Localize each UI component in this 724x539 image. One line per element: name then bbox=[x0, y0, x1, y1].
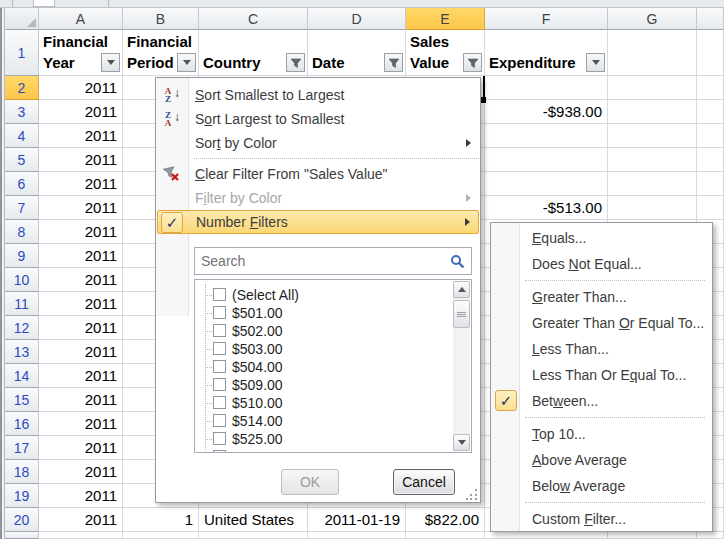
scrollbar-thumb[interactable] bbox=[453, 300, 470, 328]
header-cell-A[interactable]: FinancialYear bbox=[39, 30, 123, 76]
cell-C21[interactable] bbox=[199, 532, 308, 539]
cell-A8[interactable]: 2011 bbox=[39, 220, 123, 244]
submenu-item-below-average[interactable]: Below Average bbox=[492, 473, 711, 499]
cell-G2[interactable] bbox=[608, 76, 697, 100]
cell-A20[interactable]: 2011 bbox=[39, 508, 123, 532]
row-header-18[interactable]: 18 bbox=[5, 460, 39, 484]
cell-H5[interactable] bbox=[697, 148, 724, 172]
header-cell-D[interactable]: Date bbox=[308, 30, 406, 76]
submenu-item-top-10[interactable]: Top 10... bbox=[492, 421, 711, 447]
cell-G5[interactable] bbox=[608, 148, 697, 172]
row-header-9[interactable]: 9 bbox=[5, 244, 39, 268]
cell-H21[interactable] bbox=[697, 532, 724, 539]
cell-A19[interactable]: 2011 bbox=[39, 484, 123, 508]
cell-G21[interactable] bbox=[608, 532, 697, 539]
search-input[interactable] bbox=[195, 248, 453, 274]
column-header-F[interactable]: F bbox=[485, 8, 608, 30]
submenu-item-above-average[interactable]: Above Average bbox=[492, 447, 711, 473]
cell-A9[interactable]: 2011 bbox=[39, 244, 123, 268]
row-header-5[interactable]: 5 bbox=[5, 148, 39, 172]
row-header-11[interactable]: 11 bbox=[5, 292, 39, 316]
filter-dropdown-button-A[interactable] bbox=[101, 53, 120, 72]
cell-H6[interactable] bbox=[697, 172, 724, 196]
column-header-G[interactable]: G bbox=[608, 8, 697, 30]
filter-value-item[interactable]: $502.00 bbox=[195, 322, 445, 340]
cell-D20[interactable]: 2011-01-19 bbox=[308, 508, 406, 532]
cell-A14[interactable]: 2011 bbox=[39, 364, 123, 388]
cell-A2[interactable]: 2011 bbox=[39, 76, 123, 100]
row-header-14[interactable]: 14 bbox=[5, 364, 39, 388]
row-header-20[interactable]: 20 bbox=[5, 508, 39, 532]
header-cell-C[interactable]: Country bbox=[199, 30, 308, 76]
cell-H3[interactable] bbox=[697, 100, 724, 124]
scroll-down-button[interactable] bbox=[453, 434, 470, 451]
row-header-10[interactable]: 10 bbox=[5, 268, 39, 292]
column-header-C[interactable]: C bbox=[199, 8, 308, 30]
filter-value-item[interactable]: $510.00 bbox=[195, 394, 445, 412]
cell-F6[interactable] bbox=[485, 172, 608, 196]
value-checkbox[interactable] bbox=[213, 360, 226, 373]
submenu-item-custom-filter[interactable]: Custom Filter... bbox=[492, 506, 711, 532]
cell-F21[interactable] bbox=[485, 532, 608, 539]
cell-A18[interactable]: 2011 bbox=[39, 460, 123, 484]
value-checkbox[interactable] bbox=[213, 324, 226, 337]
cell-G4[interactable] bbox=[608, 124, 697, 148]
value-checkbox[interactable] bbox=[213, 306, 226, 319]
header-cell-B[interactable]: FinancialPeriod bbox=[123, 30, 199, 76]
row-header-4[interactable]: 4 bbox=[5, 124, 39, 148]
cell-F3[interactable]: -$938.00 bbox=[485, 100, 608, 124]
filter-value-item[interactable]: $504.00 bbox=[195, 358, 445, 376]
value-checkbox[interactable] bbox=[213, 450, 226, 453]
filter-value-item[interactable]: $509.00 bbox=[195, 376, 445, 394]
cell-F5[interactable] bbox=[485, 148, 608, 172]
cell-A10[interactable]: 2011 bbox=[39, 268, 123, 292]
menu-resize-grip[interactable] bbox=[466, 488, 478, 500]
cell-A13[interactable]: 2011 bbox=[39, 340, 123, 364]
filter-value-item[interactable]: (Select All) bbox=[195, 286, 445, 304]
filter-value-item[interactable]: $525.00 bbox=[195, 430, 445, 448]
cell-D21[interactable] bbox=[308, 532, 406, 539]
cell-E20[interactable]: $822.00 bbox=[406, 508, 485, 532]
submenu-item-greater-than[interactable]: Greater Than... bbox=[492, 284, 711, 310]
cell-C20[interactable]: United States bbox=[199, 508, 308, 532]
filter-dropdown-button-F[interactable] bbox=[586, 53, 605, 72]
column-header-B[interactable]: B bbox=[123, 8, 199, 30]
cell-B21[interactable] bbox=[123, 532, 199, 539]
cell-A6[interactable]: 2011 bbox=[39, 172, 123, 196]
cell-G7[interactable] bbox=[608, 196, 697, 220]
value-checkbox[interactable] bbox=[213, 378, 226, 391]
submenu-item-less-than-or-equal-to[interactable]: Less Than Or Equal To... bbox=[492, 362, 711, 388]
value-checkbox[interactable] bbox=[213, 288, 226, 301]
column-header-A[interactable]: A bbox=[39, 8, 123, 30]
cell-A3[interactable]: 2011 bbox=[39, 100, 123, 124]
cell-G3[interactable] bbox=[608, 100, 697, 124]
cell-A21[interactable] bbox=[39, 532, 123, 539]
menu-item-clear-filter-from-sales-value[interactable]: Clear Filter From "Sales Value" bbox=[157, 162, 479, 186]
header-cell-F[interactable]: Expenditure bbox=[485, 30, 608, 76]
value-checkbox[interactable] bbox=[213, 432, 226, 445]
header-cell-E[interactable]: SalesValue bbox=[406, 30, 485, 76]
cell-A5[interactable]: 2011 bbox=[39, 148, 123, 172]
row-header-17[interactable]: 17 bbox=[5, 436, 39, 460]
cell-A17[interactable]: 2011 bbox=[39, 436, 123, 460]
row-header-13[interactable]: 13 bbox=[5, 340, 39, 364]
value-checkbox[interactable] bbox=[213, 414, 226, 427]
cell-B20[interactable]: 1 bbox=[123, 508, 199, 532]
header-cell-H[interactable] bbox=[697, 30, 724, 76]
filter-value-item-partial[interactable] bbox=[195, 448, 445, 453]
scroll-up-button[interactable] bbox=[453, 281, 470, 298]
cell-H4[interactable] bbox=[697, 124, 724, 148]
cell-G6[interactable] bbox=[608, 172, 697, 196]
menu-item-number-filters[interactable]: ✓Number Filters bbox=[157, 210, 479, 234]
submenu-item-greater-than-or-equal-to[interactable]: Greater Than Or Equal To... bbox=[492, 310, 711, 336]
filter-applied-button-C[interactable] bbox=[286, 53, 305, 72]
submenu-item-between[interactable]: ✓Between... bbox=[492, 388, 711, 414]
cell-H7[interactable] bbox=[697, 196, 724, 220]
cell-F4[interactable] bbox=[485, 124, 608, 148]
cell-A16[interactable]: 2011 bbox=[39, 412, 123, 436]
row-header-partial[interactable] bbox=[5, 532, 39, 539]
column-header-partial[interactable] bbox=[697, 8, 724, 30]
row-header-3[interactable]: 3 bbox=[5, 100, 39, 124]
menu-item-sort-smallest-to-largest[interactable]: AZ↓Sort Smallest to Largest bbox=[157, 83, 479, 107]
cell-E21[interactable] bbox=[406, 532, 485, 539]
